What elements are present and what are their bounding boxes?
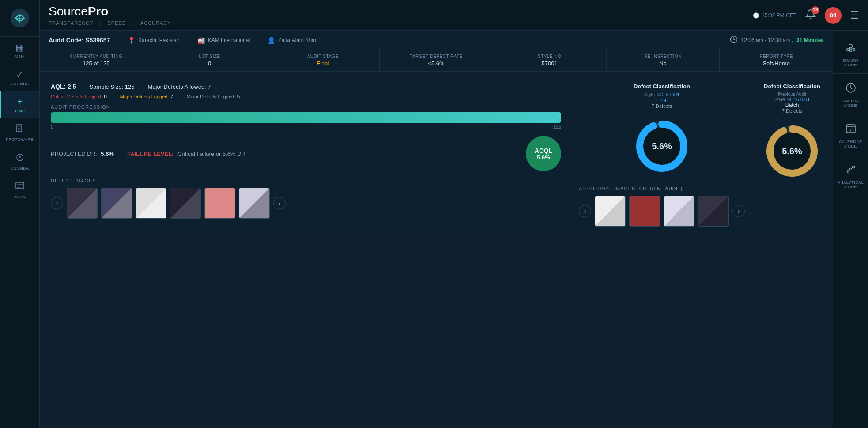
analytical-mode-btn[interactable]: ANALYTICAL MODE bbox=[833, 157, 868, 195]
stat-re-inspection: Re-Inspection No bbox=[607, 49, 720, 71]
stat-report-type: Report Type Soft/Home bbox=[720, 49, 833, 71]
defect-thumb-1 bbox=[67, 188, 98, 219]
svg-point-30 bbox=[848, 130, 849, 131]
donut-prev: 5.6% bbox=[763, 122, 821, 180]
vman-icon bbox=[15, 181, 25, 193]
sample-size: Sample Size: 125 bbox=[90, 83, 135, 90]
donut-current-value: 5.6% bbox=[652, 141, 672, 152]
factory-icon: 🏭 bbox=[197, 37, 205, 44]
defect-thumb-4 bbox=[170, 188, 201, 219]
svg-point-34 bbox=[852, 166, 854, 168]
quonda2-icon bbox=[15, 152, 25, 164]
sidebar-item-quonda2[interactable]: QUONDA bbox=[0, 147, 39, 176]
clock-icon: 🕐 bbox=[753, 12, 759, 19]
defect-classification-prev: Defect Classification Previous Audit Sty… bbox=[756, 76, 828, 233]
content-area: Audit Code: S539657 📍 Karachi, Pakistan … bbox=[40, 31, 868, 428]
stat-lot-size: Lot Size 0 bbox=[153, 49, 267, 71]
svg-rect-4 bbox=[16, 182, 24, 189]
sidebar-item-quonda1[interactable]: ✓ QUONDA bbox=[0, 64, 39, 91]
images-prev-btn[interactable]: ‹ bbox=[51, 197, 63, 209]
defect-images-strip: ‹ › bbox=[51, 188, 561, 219]
quonda1-icon: ✓ bbox=[16, 69, 24, 80]
calendar-mode-btn[interactable]: CALENDAR MODE bbox=[833, 117, 868, 155]
images-next-btn[interactable]: › bbox=[273, 197, 286, 209]
stat-audit-stage: Audit Stage Final bbox=[266, 49, 380, 71]
add-thumb-3 bbox=[664, 196, 694, 227]
notification-badge: 23 bbox=[811, 6, 819, 14]
svg-line-36 bbox=[852, 168, 853, 168]
defect-classification-current: Defect Classification Style NO: 57001 Fi… bbox=[572, 76, 751, 233]
sidebar-item-vsn[interactable]: ▦ VSN bbox=[0, 37, 39, 64]
sidebar-label-vman: VMAN bbox=[13, 195, 26, 199]
aoql-badge: AOQL 5.6% bbox=[526, 136, 561, 171]
auditor-icon: 👤 bbox=[268, 37, 275, 44]
stats-bar: Currently Auditing 125 of 125 Lot Size 0… bbox=[40, 49, 833, 72]
defect-thumb-6 bbox=[239, 188, 270, 219]
time-display: 15:32 PM CET bbox=[762, 12, 796, 19]
timer-icon bbox=[730, 35, 738, 45]
logo-area bbox=[0, 4, 39, 37]
right-mode-panel: SWARM MODE TIMELINE MODE bbox=[833, 31, 868, 428]
calendar-mode-label: CALENDAR MODE bbox=[837, 140, 864, 148]
timeline-mode-btn[interactable]: TIMELINE MODE bbox=[833, 76, 868, 114]
left-panel: AQL: 2.5 Sample Size: 125 Major Defects … bbox=[44, 76, 568, 233]
location-icon: 📍 bbox=[128, 37, 135, 44]
audit-timer: 12:06 am - 12:38 am , 31 Minutes bbox=[730, 35, 824, 45]
progress-bar-container bbox=[51, 112, 561, 123]
add-images-next-btn[interactable]: › bbox=[732, 205, 745, 217]
failure-level: FAILURE LEVEL: Critical Failure or 5.6% … bbox=[127, 150, 245, 158]
metrics-row: PROJECTED DR: 5.6% FAILURE LEVEL: Critic… bbox=[51, 136, 561, 171]
major-allowed: Major Defects Allowed: 7 bbox=[148, 83, 211, 90]
user-avatar[interactable]: 04 bbox=[825, 7, 842, 24]
timeline-mode-label: TIMELINE MODE bbox=[837, 99, 864, 108]
svg-point-32 bbox=[847, 171, 849, 173]
projected-dr: PROJECTED DR: 5.6% bbox=[51, 150, 114, 158]
stat-style-no: Style No 57001 bbox=[493, 49, 607, 71]
critical-logged: Critical Defects Logged: 0 bbox=[51, 94, 107, 100]
defects-row: Critical Defects Logged: 0 Major Defects… bbox=[51, 94, 561, 100]
progress-bar-fill bbox=[51, 112, 561, 123]
topbar: SourcePro TRANSPARENCY | SPEED | ACCURAC… bbox=[40, 0, 868, 31]
swarm-mode-btn[interactable]: SWARM MODE bbox=[833, 35, 868, 74]
tagline-transparency: TRANSPARENCY bbox=[49, 20, 94, 26]
swarm-icon bbox=[845, 42, 857, 56]
audit-factory: 🏭 KAM International bbox=[197, 37, 250, 44]
additional-images-section: ADDITIONAL IMAGES (Current Audit) ‹ › bbox=[579, 186, 745, 227]
audit-auditor: 👤 Zafar Alam Khan bbox=[268, 37, 317, 44]
defect-thumb-2 bbox=[101, 188, 132, 219]
sidebar-item-protoware[interactable]: PROTOWARE bbox=[0, 118, 39, 147]
stat-currently-auditing: Currently Auditing 125 of 125 bbox=[40, 49, 153, 71]
hamburger-menu[interactable]: ☰ bbox=[850, 10, 859, 21]
stat-target-defect: Target Defect Rate <5.6% bbox=[380, 49, 493, 71]
calendar-icon bbox=[845, 123, 857, 137]
sidebar-item-vman[interactable]: VMAN bbox=[0, 176, 39, 205]
main-area: SourcePro TRANSPARENCY | SPEED | ACCURAC… bbox=[40, 0, 868, 428]
qmp-icon: + bbox=[17, 97, 23, 107]
aql-label: AQL: 2.5 bbox=[51, 83, 76, 90]
minor-logged: Minor Defects Logged: 5 bbox=[187, 94, 240, 100]
add-thumb-2 bbox=[629, 196, 660, 227]
defect-thumb-5 bbox=[204, 188, 235, 219]
defect-images-section: DEFECT IMAGES ‹ › bbox=[51, 178, 561, 219]
defect-thumb-3 bbox=[136, 188, 166, 219]
donut-current: 5.6% bbox=[633, 117, 691, 175]
svg-point-33 bbox=[849, 168, 852, 170]
vsn-icon: ▦ bbox=[15, 42, 24, 53]
add-thumb-1 bbox=[595, 196, 626, 227]
audit-code: Audit Code: S539657 bbox=[49, 37, 110, 44]
sidebar-label-quonda1: QUONDA bbox=[10, 82, 29, 86]
tagline-sep2: | bbox=[132, 20, 134, 26]
topbar-right: 🕐 15:32 PM CET 23 04 ☰ bbox=[753, 7, 859, 24]
sidebar-label-protoware: PROTOWARE bbox=[6, 137, 34, 142]
add-images-prev-btn[interactable]: ‹ bbox=[579, 205, 591, 217]
donut-prev-value: 5.6% bbox=[782, 146, 802, 156]
sidebar-item-qmp[interactable]: + QMP bbox=[0, 91, 39, 118]
progress-labels: 0 125 bbox=[51, 124, 561, 129]
sidebar-label-qmp: QMP bbox=[15, 109, 25, 113]
tagline-speed: SPEED bbox=[108, 20, 126, 26]
notification-button[interactable]: 23 bbox=[805, 9, 816, 22]
tagline-sep1: | bbox=[100, 20, 102, 26]
aql-row: AQL: 2.5 Sample Size: 125 Major Defects … bbox=[51, 83, 561, 90]
svg-point-27 bbox=[848, 129, 849, 129]
analytical-icon bbox=[845, 163, 857, 178]
